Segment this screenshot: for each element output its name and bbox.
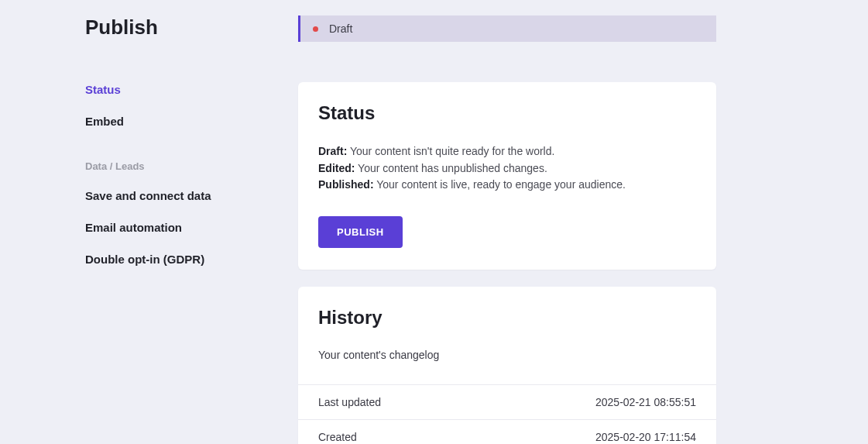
- history-row-created: Created 2025-02-20 17:11:54: [298, 419, 716, 444]
- history-row-last-updated: Last updated 2025-02-21 08:55:51: [298, 384, 716, 419]
- status-lines: Draft: Your content isn't quite ready fo…: [318, 144, 696, 193]
- sidebar-item-double-optin[interactable]: Double opt-in (GDPR): [85, 253, 267, 266]
- sidebar: Publish Status Embed Data / Leads Save a…: [0, 15, 298, 444]
- sidebar-section-label: Data / Leads: [85, 160, 267, 172]
- history-card-title: History: [298, 307, 716, 329]
- status-banner-text: Draft: [329, 22, 352, 35]
- sidebar-item-embed[interactable]: Embed: [85, 115, 267, 128]
- sidebar-item-save-connect-data[interactable]: Save and connect data: [85, 189, 267, 202]
- history-row-value: 2025-02-20 17:11:54: [595, 431, 696, 443]
- publish-button[interactable]: PUBLISH: [318, 216, 403, 248]
- status-card-title: Status: [318, 102, 696, 124]
- history-card: History Your content's changelog Last up…: [298, 287, 716, 444]
- status-line-draft: Draft: Your content isn't quite ready fo…: [318, 144, 696, 160]
- history-row-label: Created: [318, 431, 357, 443]
- history-row-value: 2025-02-21 08:55:51: [595, 396, 696, 408]
- status-banner: Draft: [298, 15, 716, 42]
- page-title: Publish: [85, 15, 267, 40]
- history-description: Your content's changelog: [298, 349, 716, 361]
- history-row-label: Last updated: [318, 396, 381, 408]
- sidebar-item-status[interactable]: Status: [85, 83, 267, 96]
- sidebar-item-email-automation[interactable]: Email automation: [85, 221, 267, 234]
- status-card: Status Draft: Your content isn't quite r…: [298, 82, 716, 270]
- status-line-edited: Edited: Your content has unpublished cha…: [318, 161, 696, 177]
- status-dot-icon: [313, 26, 318, 32]
- main-content: Draft Status Draft: Your content isn't q…: [298, 15, 868, 444]
- status-line-published: Published: Your content is live, ready t…: [318, 177, 696, 193]
